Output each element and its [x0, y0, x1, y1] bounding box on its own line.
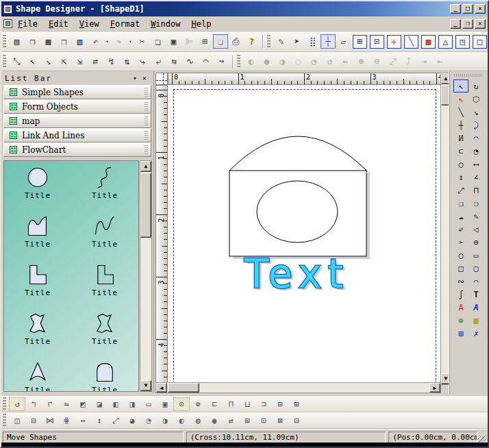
bezier-node-icon[interactable]: ↝ — [214, 54, 229, 69]
palette-shape-wave-line[interactable]: Title — [71, 214, 138, 262]
change-angle-icon[interactable]: ⤢ — [385, 54, 401, 69]
line-tool-icon[interactable]: ╲ — [453, 105, 468, 119]
menu-format[interactable]: Format — [105, 18, 145, 30]
palette-scrollbar[interactable]: ▲ ▼ — [140, 160, 152, 392]
expand-down-icon[interactable]: ⊟ — [288, 414, 305, 427]
copy-icon[interactable]: ❑ — [150, 34, 166, 49]
print-icon[interactable]: ⎙ — [228, 34, 244, 49]
center-in-page-v-icon[interactable]: ⊟ — [25, 414, 42, 427]
export-document-icon[interactable]: ▧ — [72, 34, 88, 49]
listbar-section-simple-shapes[interactable]: Simple Shapes — [3, 85, 151, 99]
curve-node-tool-icon[interactable]: ⤸ — [468, 119, 484, 132]
center-vertical-icon[interactable]: ⊞ — [288, 397, 305, 411]
connector-elbow-icon[interactable]: ⇱ — [56, 54, 72, 69]
mdi-close-button[interactable]: ✕ — [475, 19, 486, 29]
insert-table-tool-icon[interactable]: ⊞ — [453, 327, 468, 340]
toolbar-grip[interactable] — [3, 35, 6, 49]
diagonal-dimension-tool-icon[interactable]: ⤢ — [453, 184, 468, 197]
mdi-minimize-button[interactable]: _ — [450, 19, 461, 29]
pie-tool-icon[interactable]: ◔ — [468, 145, 484, 158]
design-mode-icon[interactable]: ✎ — [273, 34, 289, 49]
expand-vertical-icon[interactable]: ⊡ — [255, 414, 272, 427]
text-tool-icon[interactable]: T — [468, 288, 484, 301]
listbar-section-form-objects[interactable]: Form Objects — [3, 99, 151, 114]
text-shape[interactable]: Text — [244, 251, 349, 297]
reorder-shapes-icon[interactable]: ⇄ — [223, 414, 239, 427]
intersect-icon[interactable]: ◑ — [157, 414, 173, 427]
connector-elbow-arrow-icon[interactable]: ⇲ — [72, 54, 88, 69]
drawing-page[interactable]: Text Text — [168, 85, 441, 385]
exclude-icon[interactable]: ◐ — [173, 414, 190, 427]
align-right-icon[interactable]: ⊐ — [255, 397, 272, 411]
polygon-arrow-tool-icon[interactable]: ◁ — [468, 223, 484, 236]
minimize-button[interactable]: _ — [450, 4, 461, 14]
palette-shape-l-shape-solid[interactable]: Title — [4, 262, 71, 311]
canvas-hscroll-thumb[interactable] — [168, 383, 199, 393]
menu-window[interactable]: Window — [145, 18, 186, 30]
subtract-shapes-icon[interactable]: ◑ — [275, 54, 290, 69]
snap-to-frame-icon[interactable]: □ — [473, 35, 487, 49]
palette-shape-dome[interactable]: Title — [71, 360, 138, 392]
exclude-shapes-icon[interactable]: ◔ — [306, 54, 322, 69]
paste-icon[interactable]: ▣ — [166, 34, 181, 49]
connector-step-icon[interactable]: ↯ — [103, 54, 119, 69]
same-width-icon[interactable]: ↔ — [75, 414, 91, 427]
unlock-shapes-icon[interactable]: ⊚ — [190, 397, 206, 411]
close-button[interactable]: ✕ — [475, 4, 486, 14]
center-horizontal-icon[interactable]: ⊟ — [272, 397, 288, 411]
h-dimension-tool-icon[interactable]: ⟷ — [468, 158, 484, 171]
align-bottom-icon[interactable]: ⊔ — [239, 397, 255, 411]
flip-both-icon[interactable]: ⇋ — [58, 397, 75, 411]
align-left-icon[interactable]: ⊏ — [206, 397, 223, 411]
menu-view[interactable]: View — [74, 18, 105, 30]
skew-shape-icon[interactable]: ⇜ — [338, 54, 353, 69]
undo-dropdown-icon[interactable]: ▾ — [103, 34, 111, 49]
rotate-select-tool-icon[interactable]: ↻ — [468, 79, 484, 92]
crosshair-guides-icon[interactable]: ┼ — [321, 34, 336, 49]
arrow-line-tool-icon[interactable]: ↘ — [468, 105, 484, 119]
rotate-45-right-icon[interactable]: ◪ — [91, 397, 108, 411]
pointer-shape-icon[interactable]: ➤ — [289, 34, 305, 49]
align-top-icon[interactable]: ⊓ — [223, 397, 239, 411]
redo-dropdown-icon[interactable]: ▾ — [127, 34, 134, 49]
rectangle-tool-icon[interactable]: ▭ — [468, 249, 484, 262]
maximize-button[interactable]: □ — [462, 4, 473, 14]
subtract-icon[interactable]: ◔ — [140, 414, 157, 427]
space-across-icon[interactable]: ⋈ — [42, 414, 58, 427]
rotate-right-90-icon[interactable]: ↱ — [42, 397, 58, 411]
insert-image-tool-icon[interactable]: ▦ — [468, 314, 484, 327]
connector-s-arrow-icon[interactable]: ∿ — [182, 54, 198, 69]
toolbar-grip[interactable] — [3, 414, 6, 427]
combine-shapes-icon[interactable]: ● — [259, 54, 275, 69]
crop-to-selection-icon[interactable]: ▣ — [157, 397, 173, 411]
center-in-page-h-icon[interactable]: ◫ — [9, 414, 25, 427]
connector-s-curve-icon[interactable]: ⇆ — [166, 54, 182, 69]
connector-arrow-start-icon[interactable]: ↖ — [25, 54, 40, 69]
redo-icon[interactable]: ↷ — [111, 34, 127, 49]
snap-to-line-icon[interactable]: ╲ — [404, 35, 418, 49]
dot-grid-icon[interactable]: ⣿ — [305, 34, 321, 49]
combine-icon[interactable]: ◍ — [190, 414, 206, 427]
ruler-icon[interactable]: ⊫ — [181, 34, 197, 49]
snap-to-handle-icon[interactable]: ◳ — [455, 35, 470, 49]
cloud-callout-tool-icon[interactable]: ☁ — [453, 210, 468, 223]
palette-shape-vase-line[interactable]: Title — [71, 311, 138, 360]
mdi-restore-button[interactable]: ❐ — [462, 19, 473, 29]
ellipse-shape[interactable] — [257, 181, 338, 242]
v-dimension-tool-icon[interactable]: ↕ — [453, 171, 468, 184]
hyperlink-tool-icon[interactable]: ⊕ — [453, 314, 468, 327]
add-node-icon[interactable]: ⊕ — [353, 54, 369, 69]
palette-shape-concave-triangle[interactable]: Title — [4, 360, 71, 392]
palette-shape-l-shape-line[interactable]: Title — [71, 262, 138, 311]
canvas-scroll-right-icon[interactable]: ▶ — [429, 383, 440, 393]
snap-to-nodes-icon[interactable]: ✛ — [387, 35, 401, 49]
canvas-horizontal-scrollbar[interactable]: ◀ ▶ — [155, 382, 441, 393]
cut-icon[interactable]: ✂ — [134, 34, 150, 49]
mirror-horizontal-icon[interactable]: ◧ — [108, 397, 124, 411]
weld-icon[interactable]: ◕ — [124, 414, 140, 427]
expand-up-icon[interactable]: ⊠ — [272, 414, 288, 427]
toolbar-grip[interactable] — [267, 35, 271, 49]
listbar-section-link-and-lines[interactable]: Link And Lines — [3, 128, 151, 142]
wordart-tool-icon[interactable]: A — [468, 301, 484, 314]
menu-help[interactable]: Help — [186, 18, 216, 30]
